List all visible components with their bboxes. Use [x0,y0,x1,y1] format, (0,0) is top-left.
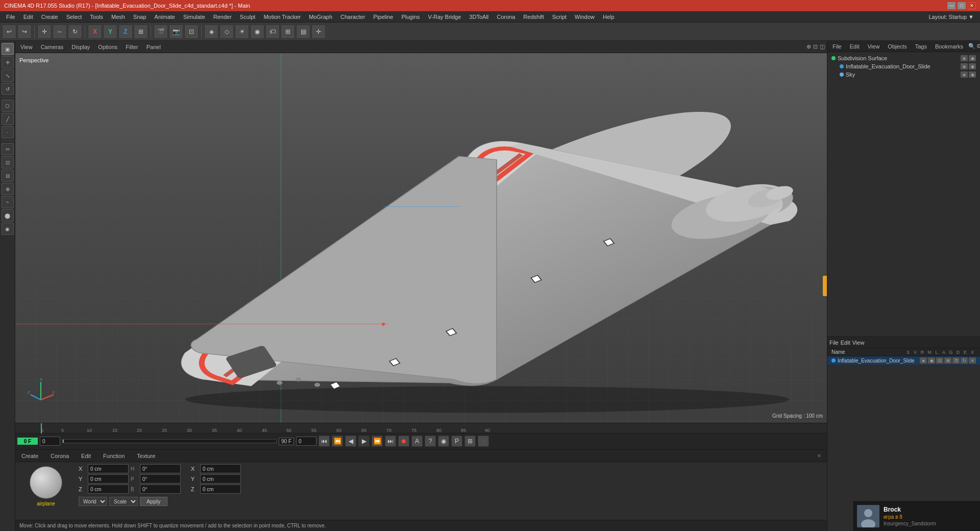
redo-button[interactable]: ↪ [17,25,32,39]
menu-mesh[interactable]: Mesh [107,13,129,21]
menu-snap[interactable]: Snap [129,13,151,21]
x-axis-button[interactable]: X [88,25,102,39]
z-position-input[interactable] [88,485,129,494]
attr-item-slide[interactable]: Inflatable_Evacuation_Door_Slide ◈ ◉ ⊡ ⊞… [827,356,980,365]
viewport-icon-3[interactable]: ◫ [820,43,825,50]
menu-file[interactable]: File [2,13,19,21]
obj-render-icon[interactable]: ◉ [969,55,976,61]
attr-icon-3[interactable]: ⊡ [936,357,943,364]
record-button[interactable]: ⏺ [398,436,409,447]
sculpt-tool[interactable]: ◉ [2,223,14,235]
object-mode-button[interactable]: ◉ [250,25,264,39]
point-tool[interactable]: · [2,126,14,138]
axes-button[interactable]: ✛ [311,25,326,39]
scale-x-input[interactable] [200,464,241,473]
knife-tool[interactable]: ✂ [2,143,14,155]
close-button[interactable]: ✕ [968,2,976,9]
view-menu[interactable]: View [17,43,36,51]
attr-icon-6[interactable]: ↻ [961,357,968,364]
attr-icon-2[interactable]: ◉ [928,357,935,364]
menu-edit[interactable]: Edit [19,13,37,21]
menu-simulate[interactable]: Simulate [179,13,209,21]
anim-settings-button[interactable]: ⊞ [464,436,476,447]
obj-sky[interactable]: Sky ◈ ◉ [829,70,978,79]
render-button[interactable]: 📷 [169,25,183,39]
auto-key-button[interactable]: A [411,436,423,447]
canvas-area[interactable]: X Y Z [15,53,827,423]
goto-end-button[interactable]: ⏭ [385,436,396,447]
obj-bookmarks-menu[interactable]: Bookmarks [932,42,966,51]
obj-ren-slide[interactable]: ◉ [969,63,976,69]
scale-z-input[interactable] [200,485,241,494]
apply-button[interactable]: Apply [140,497,167,506]
coord-button[interactable]: ⊞ [134,25,148,39]
mat-corona-menu[interactable]: Corona [46,452,73,460]
menu-render[interactable]: Render [209,13,236,21]
frame-slider[interactable] [62,439,277,443]
polygon-tool[interactable]: ⬡ [2,100,14,112]
play-button[interactable]: ▶ [358,436,370,447]
menu-redshift[interactable]: Redshift [519,13,548,21]
menu-motion-tracker[interactable]: Motion Tracker [259,13,305,21]
grid-button[interactable]: ⊞ [281,25,295,39]
scale-tool-button[interactable]: ↔ [53,25,67,39]
timeline-ruler[interactable]: 0 5 10 15 20 25 30 35 40 45 50 55 60 65 … [15,423,827,433]
render-preview-button[interactable]: 🎬 [154,25,168,39]
menu-animate[interactable]: Animate [151,13,179,21]
menu-corona[interactable]: Corona [493,13,519,21]
render-region-button[interactable]: ⊡ [184,25,199,39]
menu-plugins[interactable]: Plugins [397,13,424,21]
viewport-icon-1[interactable]: ⊕ [806,43,811,50]
menu-window[interactable]: Window [571,13,599,21]
z-axis-button[interactable]: Z [118,25,133,39]
viewport-icon-2[interactable]: ⊡ [813,43,818,50]
obj-file-menu[interactable]: File [829,42,845,51]
material-sphere[interactable] [30,466,62,499]
mode-button[interactable]: ◉ [438,436,449,447]
p-rotation-input[interactable] [140,474,181,484]
paint-tool[interactable]: ⬤ [2,209,14,222]
minimize-button[interactable]: — [947,2,955,9]
menu-3dtoall[interactable]: 3DToAll [465,13,493,21]
menu-vray[interactable]: V-Ray Bridge [424,13,465,21]
bridge-tool[interactable]: ⊟ [2,170,14,182]
y-axis-button[interactable]: Y [103,25,117,39]
wireframe-button[interactable]: ◇ [219,25,234,39]
light-button[interactable]: ☀ [235,25,249,39]
rotate-tool[interactable]: ↺ [2,83,14,95]
key-button[interactable]: ? [425,436,436,447]
move-tool-button[interactable]: ✛ [37,25,52,39]
panel-menu[interactable]: Panel [143,43,164,51]
menu-mograph[interactable]: MoGraph [305,13,336,21]
mat-function-menu[interactable]: Function [99,452,129,460]
settings-icon[interactable]: ⚙ [976,43,980,50]
cameras-menu[interactable]: Cameras [38,43,67,51]
mat-texture-menu[interactable]: Texture [133,452,159,460]
end-frame-input[interactable] [296,437,316,446]
frame-input[interactable] [40,437,60,446]
world-dropdown[interactable]: World [79,497,107,506]
layout-selector[interactable]: Layout: Startup ▼ [924,14,978,20]
attr-icon-5[interactable]: ☰ [952,357,960,364]
menu-help[interactable]: Help [599,13,619,21]
scale-dropdown[interactable]: Scale [109,497,138,506]
attr-icon-4[interactable]: ⊞ [944,357,951,364]
play-back-button[interactable]: ◀ [345,436,356,447]
menu-tools[interactable]: Tools [86,13,107,21]
b-rotation-input[interactable] [140,485,181,494]
menu-script[interactable]: Script [548,13,571,21]
pos-key-button[interactable]: P [451,436,462,447]
maximize-button[interactable]: □ [958,2,966,9]
obj-visible-icon[interactable]: ◈ [961,55,968,61]
filter-menu[interactable]: Filter [122,43,141,51]
weld-tool[interactable]: ⊕ [2,183,14,195]
search-icon[interactable]: 🔍 [968,43,975,50]
menu-select[interactable]: Select [62,13,86,21]
dope-sheet-button[interactable]: ≡ [478,436,489,447]
attr-file-menu[interactable]: File [829,340,839,346]
display-menu[interactable]: Display [68,43,93,51]
obj-view-menu[interactable]: View [865,42,883,51]
floor-button[interactable]: ▤ [296,25,310,39]
attr-edit-menu[interactable]: Edit [841,340,850,346]
viewport[interactable]: X Y Z Perspective Grid Spacing : 100 cm [15,53,827,423]
